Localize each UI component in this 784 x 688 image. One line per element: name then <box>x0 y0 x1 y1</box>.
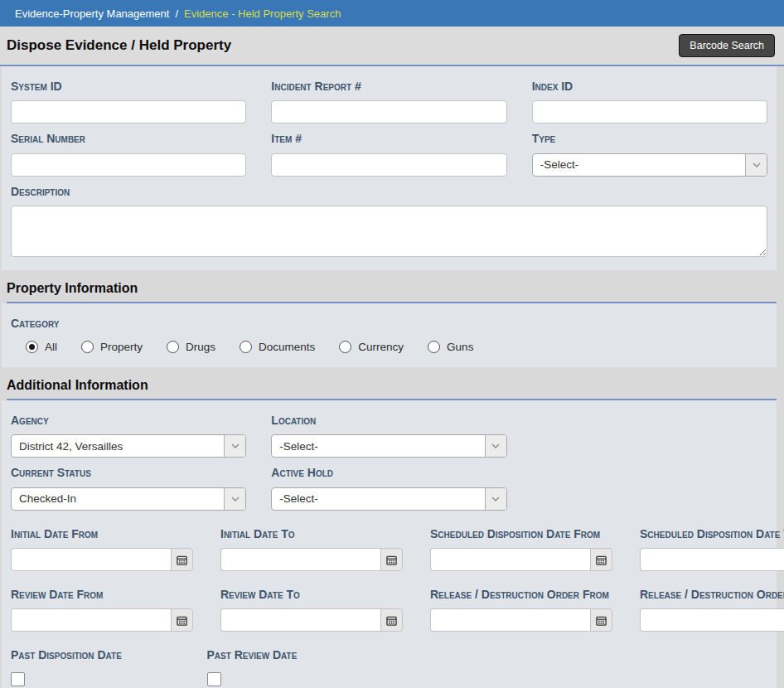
system-id-field: System ID <box>11 71 246 124</box>
calendar-button[interactable] <box>380 608 403 632</box>
initial-date-to-input[interactable] <box>220 548 380 571</box>
radio-button-icon[interactable] <box>428 341 440 353</box>
active-hold-label: Active Hold <box>271 464 506 481</box>
current-status-select[interactable]: Checked-In <box>11 487 246 511</box>
category-radio-currency[interactable]: Currency <box>339 341 404 353</box>
review-date-to-field: Review Date To <box>220 579 403 632</box>
incident-report-input[interactable] <box>271 100 506 124</box>
calendar-icon <box>386 615 397 626</box>
radio-button-icon[interactable] <box>26 341 38 353</box>
radio-button-icon[interactable] <box>339 341 351 353</box>
radio-button-icon[interactable] <box>240 341 252 353</box>
current-status-select-value: Checked-In <box>12 488 224 510</box>
calendar-button[interactable] <box>171 548 193 571</box>
past-disposition-date-checkbox[interactable] <box>11 672 25 686</box>
scheduled-disposition-from-field: Scheduled Disposition Date From <box>430 519 612 571</box>
agency-select[interactable]: District 42, Versailles <box>11 434 246 458</box>
radio-option-label: Currency <box>358 341 404 353</box>
initial-date-to-field: Initial Date To <box>220 519 403 571</box>
radio-option-label: All <box>45 341 57 353</box>
current-status-label: Current Status <box>11 464 246 481</box>
additional-information-header: Additional Information <box>0 367 784 400</box>
property-information-title: Property Information <box>7 281 777 296</box>
active-hold-select[interactable]: -Select- <box>271 487 506 511</box>
scheduled-disposition-to-field: Scheduled Disposition Date To <box>640 519 784 571</box>
location-select[interactable]: -Select- <box>271 434 506 458</box>
release-order-from-input[interactable] <box>430 608 590 632</box>
release-order-to-field: Release / Destruction Order To <box>640 579 784 632</box>
location-label: Location <box>271 412 506 429</box>
category-radio-property[interactable]: Property <box>81 341 143 353</box>
system-id-input[interactable] <box>11 100 246 124</box>
category-radio-guns[interactable]: Guns <box>428 341 473 353</box>
release-order-to-input[interactable] <box>640 608 784 632</box>
barcode-search-button[interactable]: Barcode Search <box>679 34 775 57</box>
calendar-icon <box>596 615 607 626</box>
past-review-date-label: Past Review Date <box>207 647 376 663</box>
location-select-value: -Select- <box>272 435 484 457</box>
initial-date-from-input[interactable] <box>11 548 171 571</box>
calendar-button[interactable] <box>171 608 193 632</box>
category-radio-all[interactable]: All <box>26 341 57 353</box>
index-id-input[interactable] <box>532 100 767 124</box>
review-date-to-input[interactable] <box>220 608 380 632</box>
calendar-button[interactable] <box>380 548 403 571</box>
chevron-down-icon[interactable] <box>224 488 245 510</box>
chevron-down-icon[interactable] <box>485 488 506 510</box>
property-information-header: Property Information <box>0 270 784 303</box>
calendar-button[interactable] <box>590 548 612 571</box>
breadcrumb-root-link[interactable]: Evidence-Property Management <box>15 7 169 20</box>
type-select-value: -Select- <box>533 154 745 176</box>
calendar-icon <box>177 555 187 565</box>
initial-date-to-label: Initial Date To <box>220 526 403 542</box>
serial-number-input[interactable] <box>11 153 246 177</box>
review-date-from-input[interactable] <box>11 608 171 632</box>
breadcrumb-current-link[interactable]: Evidence - Held Property Search <box>184 7 341 20</box>
radio-option-label: Documents <box>259 341 315 353</box>
calendar-icon <box>596 555 607 565</box>
additional-information-title: Additional Information <box>7 378 777 393</box>
serial-number-label: Serial Number <box>11 130 246 147</box>
radio-option-label: Guns <box>447 341 473 353</box>
review-date-to-label: Review Date To <box>220 586 403 603</box>
description-label: Description <box>11 183 767 200</box>
radio-button-icon[interactable] <box>81 341 94 353</box>
release-order-from-field: Release / Destruction Order From <box>430 579 612 632</box>
category-radio-documents[interactable]: Documents <box>240 341 315 353</box>
agency-field: Agency District 42, Versailles <box>11 405 246 458</box>
type-select[interactable]: -Select- <box>532 153 767 177</box>
item-number-label: Item # <box>271 130 506 147</box>
calendar-icon <box>386 555 397 565</box>
description-textarea[interactable] <box>11 206 767 257</box>
past-review-date-checkbox[interactable] <box>207 672 221 686</box>
category-radio-drugs[interactable]: Drugs <box>167 341 215 353</box>
active-hold-field: Active Hold -Select- <box>271 458 506 510</box>
agency-label: Agency <box>11 412 246 429</box>
past-review-date-field: Past Review Date <box>207 640 376 688</box>
active-hold-select-value: -Select- <box>272 488 484 510</box>
item-number-input[interactable] <box>271 153 506 177</box>
initial-date-from-field: Initial Date From <box>11 519 193 571</box>
scheduled-disposition-to-input[interactable] <box>640 548 784 571</box>
system-id-label: System ID <box>11 78 246 94</box>
chevron-down-icon[interactable] <box>224 435 245 457</box>
chevron-down-icon[interactable] <box>485 435 506 457</box>
calendar-button[interactable] <box>590 608 612 632</box>
chevron-down-icon[interactable] <box>745 154 767 176</box>
page-title: Dispose Evidence / Held Property <box>7 37 231 54</box>
radio-button-icon[interactable] <box>167 341 179 353</box>
scheduled-disposition-from-label: Scheduled Disposition Date From <box>430 526 612 542</box>
type-field: Type -Select- <box>532 124 767 176</box>
item-number-field: Item # <box>271 124 506 176</box>
current-status-field: Current Status Checked-In <box>11 458 246 510</box>
past-disposition-date-label: Past Disposition Date <box>11 647 180 663</box>
incident-report-field: Incident Report # <box>271 71 506 124</box>
scheduled-disposition-from-input[interactable] <box>430 548 590 571</box>
breadcrumb: Evidence-Property Management / Evidence … <box>0 0 784 27</box>
calendar-icon <box>177 615 187 626</box>
breadcrumb-separator: / <box>175 7 178 20</box>
past-disposition-date-field: Past Disposition Date <box>11 640 180 688</box>
release-order-from-label: Release / Destruction Order From <box>430 586 612 603</box>
agency-select-value: District 42, Versailles <box>12 435 224 457</box>
radio-option-label: Drugs <box>186 341 215 353</box>
